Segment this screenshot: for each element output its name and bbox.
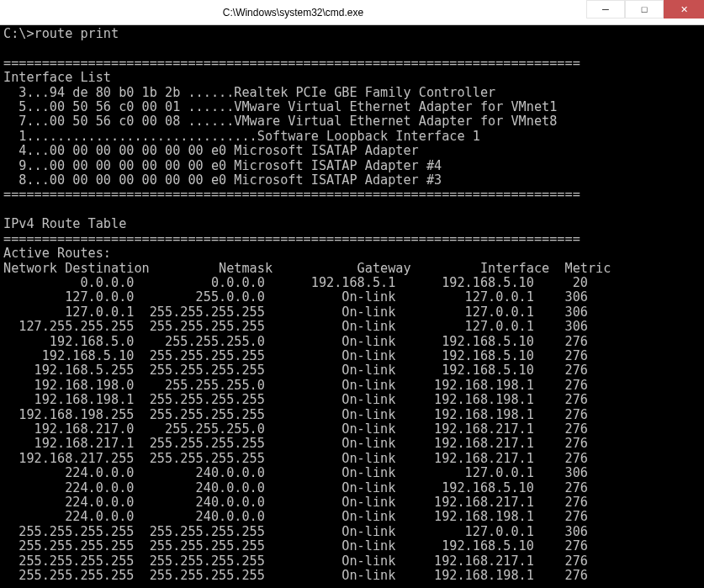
minimize-button[interactable]: ─ <box>586 0 625 19</box>
window-title: C:\Windows\system32\cmd.exe <box>0 7 586 19</box>
maximize-button[interactable]: □ <box>625 0 664 19</box>
terminal-output[interactable]: C:\>route print ========================… <box>0 25 704 588</box>
titlebar[interactable]: C:\Windows\system32\cmd.exe ─ □ ✕ <box>0 0 704 25</box>
cmd-window: C:\Windows\system32\cmd.exe ─ □ ✕ C:\>ro… <box>0 0 704 588</box>
window-controls: ─ □ ✕ <box>586 0 704 24</box>
close-button[interactable]: ✕ <box>664 0 704 19</box>
